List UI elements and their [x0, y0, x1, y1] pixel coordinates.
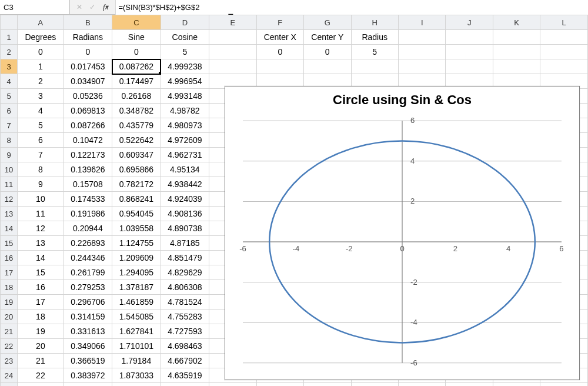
cell[interactable] [540, 59, 588, 74]
cell[interactable]: 4.602524 [161, 383, 209, 387]
row-header[interactable]: 11 [1, 177, 18, 192]
cell[interactable]: 0.244346 [64, 251, 112, 265]
cell[interactable] [398, 59, 445, 74]
row-header[interactable]: 9 [1, 148, 18, 162]
cell[interactable]: Sine [112, 30, 161, 45]
cell[interactable]: 4.962731 [161, 148, 209, 162]
cell[interactable]: 0.348782 [112, 104, 161, 118]
cell[interactable]: 1.294095 [112, 265, 161, 280]
row-header[interactable]: 21 [1, 324, 18, 339]
cell[interactable]: Center Y [304, 30, 351, 45]
row-header[interactable]: 19 [1, 295, 18, 310]
cell[interactable] [540, 383, 588, 387]
row-header[interactable]: 14 [1, 221, 18, 236]
cell[interactable]: 0.034907 [64, 74, 112, 89]
cell[interactable]: 4.908136 [161, 207, 209, 221]
cell[interactable]: 0.05236 [64, 89, 112, 104]
cell[interactable]: 0.261799 [64, 265, 112, 280]
cell[interactable]: 10 [18, 192, 64, 207]
cell[interactable]: 22 [18, 368, 64, 383]
cell[interactable]: 4.890738 [161, 221, 209, 236]
cell-selected[interactable]: 0.087262 [112, 59, 161, 74]
cell[interactable] [209, 59, 256, 74]
cell[interactable]: 1.79184 [112, 354, 161, 368]
row-header[interactable]: 2 [1, 45, 18, 59]
cell[interactable]: 4 [18, 104, 64, 118]
cell[interactable]: 0.122173 [64, 148, 112, 162]
embedded-chart[interactable]: Circle using Sin & Cos -6-4-20246-6-4-22… [225, 86, 580, 380]
cell[interactable]: Radians [64, 30, 112, 45]
cell[interactable]: 8 [18, 162, 64, 177]
cancel-formula-icon[interactable]: ✕ [74, 1, 85, 13]
cell[interactable]: 0.20944 [64, 221, 112, 236]
cell[interactable]: 1.461859 [112, 295, 161, 310]
cell[interactable]: 0.695866 [112, 162, 161, 177]
cell[interactable]: 0.174533 [64, 192, 112, 207]
select-all-corner[interactable] [1, 15, 18, 30]
cell[interactable]: 23 [18, 383, 64, 387]
cell[interactable]: 0.349066 [64, 339, 112, 354]
cell[interactable] [304, 383, 351, 387]
column-header-d[interactable]: D [161, 15, 209, 30]
cell[interactable]: 0.522642 [112, 133, 161, 148]
cell[interactable]: Center X [256, 30, 303, 45]
cell[interactable]: 4.972609 [161, 133, 209, 148]
cell[interactable]: 6 [18, 133, 64, 148]
cell[interactable]: 0.609347 [112, 148, 161, 162]
cell[interactable]: 0.435779 [112, 118, 161, 133]
row-header[interactable]: 12 [1, 192, 18, 207]
cell[interactable]: 1.873033 [112, 368, 161, 383]
cell[interactable]: 11 [18, 207, 64, 221]
row-header[interactable]: 20 [1, 310, 18, 324]
column-header-c[interactable]: C [112, 15, 161, 30]
cell[interactable]: 0.139626 [64, 162, 112, 177]
cell[interactable]: 0 [304, 45, 351, 59]
cell[interactable]: 1.209609 [112, 251, 161, 265]
cell[interactable]: 1.378187 [112, 280, 161, 295]
row-header[interactable]: 3 [1, 59, 18, 74]
cell[interactable]: 5 [18, 118, 64, 133]
row-header[interactable]: 13 [1, 207, 18, 221]
cell[interactable]: 13 [18, 236, 64, 251]
row-header[interactable]: 23 [1, 354, 18, 368]
cell[interactable]: 4.999238 [161, 59, 209, 74]
cell[interactable]: 0.782172 [112, 177, 161, 192]
cell[interactable]: 0.314159 [64, 310, 112, 324]
cell[interactable]: 4.806308 [161, 280, 209, 295]
accept-formula-icon[interactable]: ✓ [86, 1, 98, 13]
cell[interactable]: 4.727593 [161, 324, 209, 339]
cell[interactable]: 0 [18, 45, 64, 59]
row-header[interactable]: 7 [1, 118, 18, 133]
cell[interactable]: 16 [18, 280, 64, 295]
cell[interactable]: Degrees [18, 30, 64, 45]
cell[interactable] [493, 59, 540, 74]
cell[interactable]: 4.98782 [161, 104, 209, 118]
cell[interactable]: 0.331613 [64, 324, 112, 339]
column-header-e[interactable]: E [209, 15, 256, 30]
column-header-g[interactable]: G [304, 15, 351, 30]
cell[interactable]: 1.710101 [112, 339, 161, 354]
formula-input[interactable] [115, 0, 588, 15]
cell[interactable]: 0.10472 [64, 133, 112, 148]
cell[interactable]: Cosine [161, 30, 209, 45]
cell[interactable]: 18 [18, 310, 64, 324]
row-header[interactable]: 24 [1, 368, 18, 383]
column-header-k[interactable]: K [493, 15, 540, 30]
cell[interactable]: 0.15708 [64, 177, 112, 192]
cell[interactable]: 1 [18, 59, 64, 74]
cell[interactable]: 4.924039 [161, 192, 209, 207]
row-header[interactable]: 18 [1, 280, 18, 295]
cell[interactable]: 3 [18, 89, 64, 104]
cell[interactable]: 1.953654 [112, 383, 161, 387]
cell[interactable]: 5 [351, 45, 398, 59]
cell[interactable]: 0.401426 [64, 383, 112, 387]
cell[interactable] [209, 45, 256, 59]
cell[interactable]: 4.95134 [161, 162, 209, 177]
cell[interactable] [351, 383, 398, 387]
column-header-h[interactable]: H [351, 15, 398, 30]
cell[interactable]: 7 [18, 148, 64, 162]
cell[interactable] [493, 45, 540, 59]
cell[interactable] [446, 59, 493, 74]
cell[interactable]: 17 [18, 295, 64, 310]
cell[interactable]: 0.868241 [112, 192, 161, 207]
